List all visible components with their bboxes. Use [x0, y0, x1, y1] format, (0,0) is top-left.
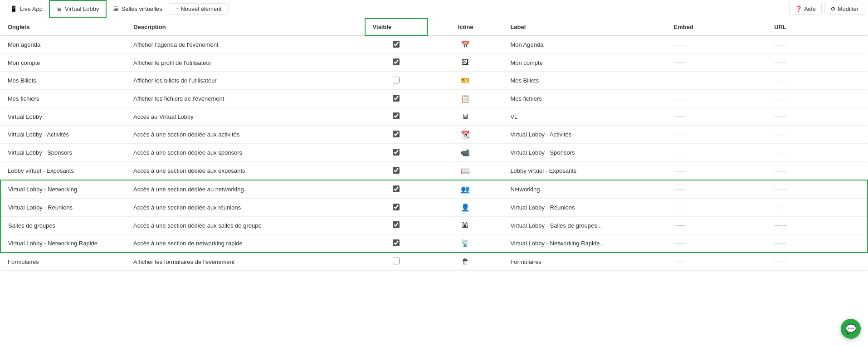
cell-visible[interactable] [365, 234, 428, 253]
col-header-label: Label [503, 19, 666, 35]
cell-onglet: Mes fichiers [0, 90, 126, 108]
cell-visible[interactable] [365, 54, 428, 72]
cell-description: Accès à une section dédiée aux exposants [126, 162, 365, 180]
cell-embed: ------- [667, 234, 767, 253]
tab-virtual-lobby[interactable]: 🖥 Virtual Lobby [49, 0, 107, 18]
visible-checkbox[interactable] [393, 204, 400, 210]
building-icon: 🏛 [113, 5, 119, 12]
cell-url: ------- [767, 126, 868, 144]
cell-visible[interactable] [365, 217, 428, 234]
cell-visible[interactable] [365, 199, 428, 217]
visible-checkbox[interactable] [393, 95, 400, 102]
cell-icon: 📹 [428, 144, 503, 162]
cell-icon: 🖥 [428, 108, 503, 126]
table-body: Mon agendaAfficher l'agenda de l'événeme… [0, 35, 868, 271]
cell-description: Accès à une section dédiée aux salles de… [126, 217, 365, 234]
cell-label: Networking [503, 180, 666, 199]
visible-checkbox[interactable] [393, 77, 400, 83]
cell-url: ------- [767, 144, 868, 162]
cell-onglet: Mon agenda [0, 35, 126, 54]
cell-embed: ------- [667, 54, 767, 72]
cell-label: Lobby virtuel - Exposants [503, 162, 666, 180]
cell-onglet: Salles de groupes [0, 217, 126, 234]
tab-salles-virtuelles-label: Salles virtuelles [122, 5, 162, 12]
table-row[interactable]: Mes BilletsAfficher les billets de l'uti… [0, 72, 868, 90]
cell-url: ------- [767, 217, 868, 234]
table-row[interactable]: Virtual Lobby - SponsorsAccès à une sect… [0, 144, 868, 162]
cell-url: ------- [767, 234, 868, 253]
cell-description: Afficher les fichiers de l'événement [126, 90, 365, 108]
visible-checkbox[interactable] [393, 58, 400, 65]
cell-visible[interactable] [365, 90, 428, 108]
cell-description: Afficher le profil de l'utilisateur [126, 54, 365, 72]
cell-visible[interactable] [365, 162, 428, 180]
visible-checkbox[interactable] [393, 258, 400, 264]
cell-url: ------- [767, 90, 868, 108]
modifier-button[interactable]: ⚙ Modifier [824, 3, 864, 15]
table-row[interactable]: Lobby virtuel - ExposantsAccès à une sec… [0, 162, 868, 180]
table-row[interactable]: FormulairesAfficher les formulaires de l… [0, 253, 868, 271]
cell-visible[interactable] [365, 72, 428, 90]
aide-button[interactable]: ❓ Aide [789, 3, 822, 15]
cell-onglet: Virtual Lobby - Réunions [0, 199, 126, 217]
table-row[interactable]: Salles de groupesAccès à une section déd… [0, 217, 868, 234]
cell-description: Accès au Virtual Lobby [126, 108, 365, 126]
visible-checkbox[interactable] [393, 131, 400, 137]
cell-onglet: Formulaires [0, 253, 126, 271]
visible-checkbox[interactable] [393, 149, 400, 156]
cell-visible[interactable] [365, 126, 428, 144]
cell-visible[interactable] [365, 180, 428, 199]
table-row[interactable]: Mes fichiersAfficher les fichiers de l'é… [0, 90, 868, 108]
table-row[interactable]: Virtual LobbyAccès au Virtual Lobby🖥VL--… [0, 108, 868, 126]
cell-description: Accès à une section de networking rapide [126, 234, 365, 253]
cell-onglet: Mon compte [0, 54, 126, 72]
cell-embed: ------- [667, 126, 767, 144]
cell-onglet: Virtual Lobby [0, 108, 126, 126]
cell-description: Accès à une section dédiée aux activités [126, 126, 365, 144]
col-header-visible: Visible [365, 19, 428, 35]
cell-visible[interactable] [365, 108, 428, 126]
monitor-icon: 🖥 [56, 5, 62, 12]
visible-checkbox[interactable] [393, 41, 400, 48]
table-row[interactable]: Virtual Lobby - Networking RapideAccès à… [0, 234, 868, 253]
cell-label: Mes Billets [503, 72, 666, 90]
table-header-row: Onglets Description Visible Icône Label … [0, 19, 868, 35]
cell-icon: 📖 [428, 162, 503, 180]
table-row[interactable]: Virtual Lobby - ActivitésAccès à une sec… [0, 126, 868, 144]
visible-checkbox[interactable] [393, 112, 400, 119]
cell-label: Virtual Lobby - Salles de groupes... [503, 217, 666, 234]
tab-salles-virtuelles[interactable]: 🏛 Salles virtuelles [107, 0, 169, 18]
tab-live-app[interactable]: 📱 Live App [4, 0, 49, 18]
visible-checkbox[interactable] [393, 167, 400, 174]
cell-visible[interactable] [365, 144, 428, 162]
visible-checkbox[interactable] [393, 221, 400, 228]
cell-onglet: Mes Billets [0, 72, 126, 90]
visible-checkbox[interactable] [393, 185, 400, 192]
cell-label: Virtual Lobby - Activités [503, 126, 666, 144]
cell-icon: 🎫 [428, 72, 503, 90]
cell-url: ------- [767, 253, 868, 271]
cell-icon: 📋 [428, 90, 503, 108]
cell-onglet: Lobby virtuel - Exposants [0, 162, 126, 180]
table-row[interactable]: Virtual Lobby - RéunionsAccès à une sect… [0, 199, 868, 217]
gear-icon: ⚙ [830, 5, 836, 12]
table-row[interactable]: Virtual Lobby - NetworkingAccès à une se… [0, 180, 868, 199]
cell-label: Virtual Lobby - Réunions [503, 199, 666, 217]
add-element-button[interactable]: + Nouvel élément [169, 3, 229, 15]
visible-checkbox[interactable] [393, 239, 400, 246]
cell-description: Accès à une section dédiée aux réunions [126, 199, 365, 217]
cell-visible[interactable] [365, 35, 428, 54]
cell-embed: ------- [667, 72, 767, 90]
cell-label: Mon Agenda [503, 35, 666, 54]
cell-visible[interactable] [365, 253, 428, 271]
cell-icon: 🖼 [428, 54, 503, 72]
table-row[interactable]: Mon compteAfficher le profil de l'utilis… [0, 54, 868, 72]
table-row[interactable]: Mon agendaAfficher l'agenda de l'événeme… [0, 35, 868, 54]
cell-icon: 📅 [428, 35, 503, 54]
add-icon: + [176, 5, 179, 12]
nav-right-actions: ❓ Aide ⚙ Modifier [789, 3, 864, 15]
cell-description: Afficher l'agenda de l'événement [126, 35, 365, 54]
col-header-url: URL [767, 19, 868, 35]
cell-url: ------- [767, 35, 868, 54]
col-header-description: Description [126, 19, 365, 35]
